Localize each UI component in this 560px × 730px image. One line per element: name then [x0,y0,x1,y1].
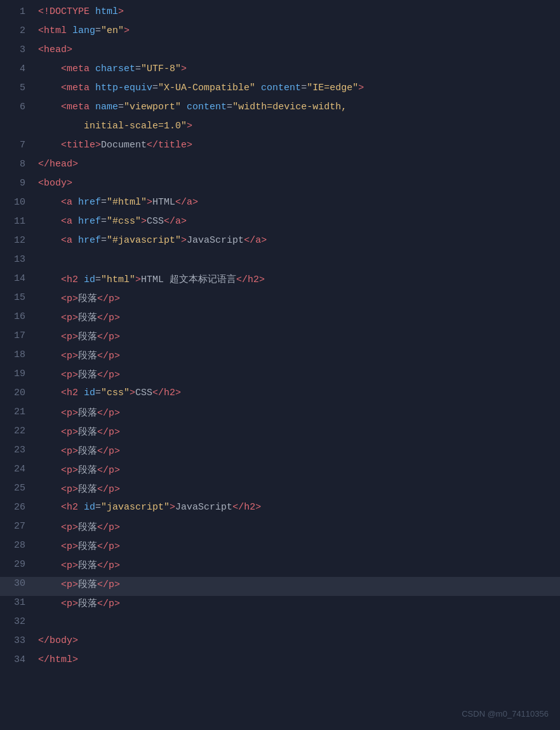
line-content: <h2 id="html">HTML 超文本标记语言</h2> [38,273,560,285]
code-line: 8</head> [0,158,560,177]
watermark: CSDN @m0_74110356 [462,709,549,719]
line-content: <meta name="viewport" content="width=dev… [38,101,560,112]
line-number: 33 [0,635,38,646]
line-content: </html> [38,654,560,665]
line-number: 23 [0,444,38,456]
line-content: <a href="#javascript">JavaScript</a> [38,234,560,246]
line-content: <p>段落</p> [38,292,560,304]
code-line: 22 <p>段落</p> [0,424,560,443]
code-line: 31 <p>段落</p> [0,596,560,615]
line-content: <h2 id="css">CSS</h2> [38,387,560,398]
code-line: 26 <h2 id="javascript">JavaScript</h2> [0,501,560,520]
line-content: <a href="#html">HTML</a> [38,196,560,208]
code-line: 34</html> [0,653,560,672]
code-line: 19 <p>段落</p> [0,367,560,386]
line-number: 18 [0,349,38,360]
line-number: 31 [0,597,38,608]
line-number [0,120,38,121]
line-content: <p>段落</p> [38,539,560,552]
line-content: <meta http-equiv="X-UA-Compatible" conte… [38,82,560,93]
code-line: 23 <p>段落</p> [0,443,560,463]
line-content: <p>段落</p> [38,520,560,533]
code-line: 28 <p>段落</p> [0,539,560,558]
line-content: </body> [38,635,560,646]
line-number: 29 [0,558,38,570]
code-line: 16 <p>段落</p> [0,310,560,329]
line-number: 17 [0,330,38,341]
line-content: <p>段落</p> [38,425,560,438]
line-number: 8 [0,158,38,170]
line-number: 20 [0,387,38,398]
code-line: 10 <a href="#html">HTML</a> [0,196,560,215]
code-line: 12 <a href="#javascript">JavaScript</a> [0,234,560,253]
line-content: <p>段落</p> [38,349,560,362]
line-number: 24 [0,463,38,475]
code-line: 7 <title>Document</title> [0,139,560,158]
line-number: 13 [0,253,38,265]
line-content: <body> [38,177,560,189]
code-line: 25 <p>段落</p> [0,482,560,501]
line-number: 1 [0,6,38,17]
code-line: 27 <p>段落</p> [0,520,560,539]
code-line: 20 <h2 id="css">CSS</h2> [0,386,560,405]
code-line: 14 <h2 id="html">HTML 超文本标记语言</h2> [0,272,560,291]
line-content: <h2 id="javascript">JavaScript</h2> [38,501,560,513]
line-content: <p>段落</p> [38,482,560,495]
line-content: <!DOCTYPE html> [38,6,560,17]
line-content: <meta charset="UTF-8"> [38,63,560,74]
line-number: 6 [0,101,38,112]
line-number: 10 [0,196,38,208]
line-number: 26 [0,501,38,513]
code-line: 11 <a href="#css">CSS</a> [0,215,560,234]
line-content: <p>段落</p> [38,558,560,571]
line-number: 2 [0,25,38,36]
code-line: 13 [0,253,560,272]
line-content: <p>段落</p> [38,597,560,609]
line-content: initial-scale=1.0"> [38,120,560,132]
line-number: 9 [0,177,38,189]
line-content: <p>段落</p> [38,578,560,590]
line-number: 3 [0,44,38,55]
line-content: <a href="#css">CSS</a> [38,215,560,227]
line-number: 25 [0,482,38,494]
line-content [38,616,560,616]
line-number: 28 [0,539,38,551]
line-content: </head> [38,158,560,170]
line-content: <p>段落</p> [38,311,560,323]
line-number: 12 [0,234,38,246]
line-content: <html lang="en"> [38,25,560,36]
code-line: 1<!DOCTYPE html> [0,5,560,24]
line-content [38,253,560,254]
line-content: <p>段落</p> [38,330,560,342]
code-line: 21 <p>段落</p> [0,405,560,424]
line-number: 22 [0,425,38,436]
code-line: initial-scale=1.0"> [0,119,560,139]
line-content: <head> [38,44,560,55]
line-number: 7 [0,139,38,151]
line-number: 27 [0,520,38,532]
line-number: 34 [0,654,38,665]
line-number: 15 [0,292,38,303]
line-number: 19 [0,368,38,379]
line-number: 30 [0,578,38,589]
code-line: 9<body> [0,177,560,196]
line-number: 4 [0,63,38,74]
code-line: 18 <p>段落</p> [0,348,560,367]
code-line: 33</body> [0,634,560,653]
code-line: 6 <meta name="viewport" content="width=d… [0,100,560,119]
code-line: 15 <p>段落</p> [0,291,560,310]
line-content: <p>段落</p> [38,368,560,381]
line-number: 14 [0,273,38,284]
code-line: 2<html lang="en"> [0,24,560,43]
code-line: 3<head> [0,43,560,62]
code-line: 4 <meta charset="UTF-8"> [0,62,560,81]
line-number: 5 [0,82,38,93]
line-number: 32 [0,616,38,627]
line-number: 21 [0,406,38,417]
code-line: 29 <p>段落</p> [0,558,560,577]
line-number: 16 [0,311,38,322]
code-line: 30 <p>段落</p> [0,577,560,596]
line-content: <title>Document</title> [38,139,560,151]
code-line: 17 <p>段落</p> [0,329,560,348]
code-line: 32 [0,615,560,634]
